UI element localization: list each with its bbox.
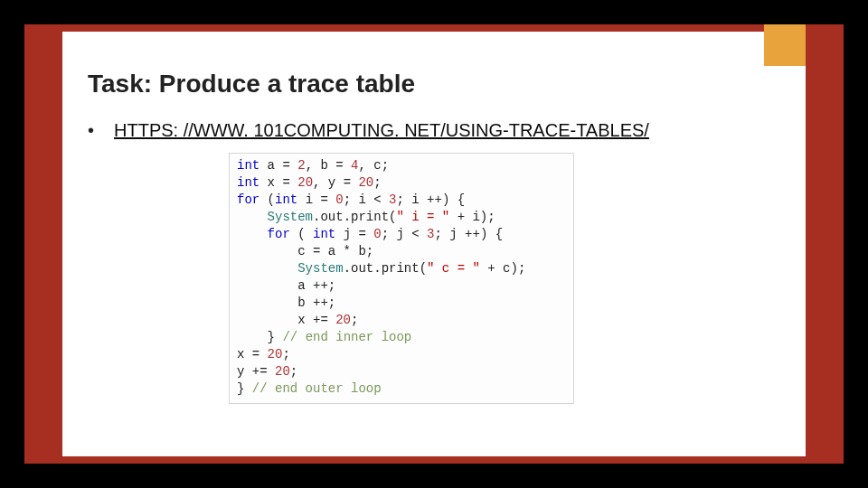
accent-square <box>764 24 806 66</box>
reference-link[interactable]: HTTPS: //WWW. 101COMPUTING. NET/USING-TR… <box>114 118 649 142</box>
bullet-marker-icon: • <box>88 118 94 142</box>
slide-body: Task: Produce a trace table • HTTPS: //W… <box>62 32 806 456</box>
code-snippet: int a = 2, b = 4, c; int x = 20, y = 20;… <box>229 153 574 404</box>
slide-title: Task: Produce a trace table <box>88 70 415 99</box>
bullet-row: • HTTPS: //WWW. 101COMPUTING. NET/USING-… <box>88 118 784 142</box>
slide-frame: Task: Produce a trace table • HTTPS: //W… <box>24 24 844 464</box>
